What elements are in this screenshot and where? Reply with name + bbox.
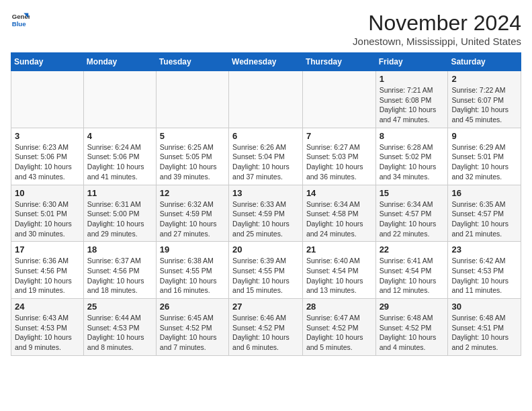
logo-icon: General Blue [11,11,30,30]
day-number: 12 [160,188,225,198]
day-info: Sunrise: 6:40 AM Sunset: 4:54 PM Dayligh… [306,256,372,295]
calendar-table: SundayMondayTuesdayWednesdayThursdayFrid… [11,52,521,356]
calendar-cell: 25Sunrise: 6:44 AM Sunset: 4:53 PM Dayli… [83,299,156,356]
calendar-cell [83,71,156,128]
day-number: 2 [451,74,517,84]
calendar-cell: 5Sunrise: 6:25 AM Sunset: 5:05 PM Daylig… [156,128,228,185]
weekday-header-row: SundayMondayTuesdayWednesdayThursdayFrid… [11,53,521,71]
calendar-cell: 16Sunrise: 6:35 AM Sunset: 4:57 PM Dayli… [448,185,521,242]
calendar-cell: 3Sunrise: 6:23 AM Sunset: 5:06 PM Daylig… [11,128,84,185]
weekday-header-thursday: Thursday [302,53,375,71]
calendar-cell: 10Sunrise: 6:30 AM Sunset: 5:01 PM Dayli… [11,185,84,242]
calendar-cell [229,71,303,128]
title-block: November 2024 Jonestown, Mississippi, Un… [353,11,521,47]
month-title: November 2024 [353,11,521,36]
day-info: Sunrise: 6:27 AM Sunset: 5:03 PM Dayligh… [306,142,372,182]
day-info: Sunrise: 7:21 AM Sunset: 6:08 PM Dayligh… [380,85,445,125]
calendar-week-row: 24Sunrise: 6:43 AM Sunset: 4:53 PM Dayli… [11,299,521,356]
day-info: Sunrise: 6:39 AM Sunset: 4:55 PM Dayligh… [232,256,299,295]
day-number: 29 [380,302,445,312]
calendar-cell: 27Sunrise: 6:46 AM Sunset: 4:52 PM Dayli… [229,299,303,356]
day-info: Sunrise: 6:35 AM Sunset: 4:57 PM Dayligh… [451,199,517,239]
calendar-cell: 23Sunrise: 6:42 AM Sunset: 4:53 PM Dayli… [448,242,521,299]
day-info: Sunrise: 6:32 AM Sunset: 4:59 PM Dayligh… [160,199,225,239]
day-info: Sunrise: 6:28 AM Sunset: 5:02 PM Dayligh… [380,142,445,182]
calendar-cell: 2Sunrise: 7:22 AM Sunset: 6:07 PM Daylig… [448,71,521,128]
calendar-cell: 21Sunrise: 6:40 AM Sunset: 4:54 PM Dayli… [302,242,375,299]
weekday-header-friday: Friday [375,53,448,71]
day-info: Sunrise: 6:30 AM Sunset: 5:01 PM Dayligh… [15,199,80,239]
calendar-cell: 26Sunrise: 6:45 AM Sunset: 4:52 PM Dayli… [156,299,228,356]
day-info: Sunrise: 6:48 AM Sunset: 4:52 PM Dayligh… [380,313,445,353]
day-info: Sunrise: 6:48 AM Sunset: 4:51 PM Dayligh… [451,313,517,353]
location: Jonestown, Mississippi, United States [353,36,521,47]
day-info: Sunrise: 6:47 AM Sunset: 4:52 PM Dayligh… [306,313,372,353]
day-number: 17 [15,244,80,255]
day-number: 24 [15,302,80,312]
calendar-body: 1Sunrise: 7:21 AM Sunset: 6:08 PM Daylig… [11,71,521,356]
day-number: 26 [160,302,225,312]
calendar-week-row: 17Sunrise: 6:36 AM Sunset: 4:56 PM Dayli… [11,242,521,299]
day-number: 18 [87,244,152,255]
day-info: Sunrise: 6:34 AM Sunset: 4:57 PM Dayligh… [380,199,445,239]
day-info: Sunrise: 6:37 AM Sunset: 4:56 PM Dayligh… [87,256,152,295]
day-info: Sunrise: 6:42 AM Sunset: 4:53 PM Dayligh… [451,256,517,295]
calendar-week-row: 3Sunrise: 6:23 AM Sunset: 5:06 PM Daylig… [11,128,521,185]
day-info: Sunrise: 6:36 AM Sunset: 4:56 PM Dayligh… [15,256,80,295]
calendar-week-row: 10Sunrise: 6:30 AM Sunset: 5:01 PM Dayli… [11,185,521,242]
calendar-cell: 7Sunrise: 6:27 AM Sunset: 5:03 PM Daylig… [302,128,375,185]
calendar-cell: 4Sunrise: 6:24 AM Sunset: 5:06 PM Daylig… [83,128,156,185]
day-info: Sunrise: 6:24 AM Sunset: 5:06 PM Dayligh… [87,142,152,182]
day-number: 13 [232,188,299,198]
calendar-cell: 18Sunrise: 6:37 AM Sunset: 4:56 PM Dayli… [83,242,156,299]
day-number: 7 [306,131,372,141]
day-number: 23 [451,244,517,255]
day-number: 21 [306,244,372,255]
day-info: Sunrise: 6:31 AM Sunset: 5:00 PM Dayligh… [87,199,152,239]
weekday-header-monday: Monday [83,53,156,71]
weekday-header-wednesday: Wednesday [229,53,303,71]
day-number: 25 [87,302,152,312]
day-number: 16 [451,188,517,198]
day-number: 19 [160,244,225,255]
calendar-cell [11,71,84,128]
day-info: Sunrise: 6:23 AM Sunset: 5:06 PM Dayligh… [15,142,80,182]
weekday-header-sunday: Sunday [11,53,84,71]
day-number: 22 [380,244,445,255]
day-number: 5 [160,131,225,141]
day-info: Sunrise: 6:46 AM Sunset: 4:52 PM Dayligh… [232,313,299,353]
day-number: 6 [232,131,299,141]
calendar-cell: 1Sunrise: 7:21 AM Sunset: 6:08 PM Daylig… [375,71,448,128]
day-number: 20 [232,244,299,255]
day-number: 9 [451,131,517,141]
day-info: Sunrise: 6:26 AM Sunset: 5:04 PM Dayligh… [232,142,299,182]
calendar-cell: 17Sunrise: 6:36 AM Sunset: 4:56 PM Dayli… [11,242,84,299]
calendar-cell: 14Sunrise: 6:34 AM Sunset: 4:58 PM Dayli… [302,185,375,242]
calendar-cell: 22Sunrise: 6:41 AM Sunset: 4:54 PM Dayli… [375,242,448,299]
day-info: Sunrise: 6:43 AM Sunset: 4:53 PM Dayligh… [15,313,80,353]
page-header: General Blue November 2024 Jonestown, Mi… [11,11,521,47]
calendar-cell: 19Sunrise: 6:38 AM Sunset: 4:55 PM Dayli… [156,242,228,299]
calendar-cell: 24Sunrise: 6:43 AM Sunset: 4:53 PM Dayli… [11,299,84,356]
day-number: 4 [87,131,152,141]
calendar-cell: 13Sunrise: 6:33 AM Sunset: 4:59 PM Dayli… [229,185,303,242]
day-info: Sunrise: 6:33 AM Sunset: 4:59 PM Dayligh… [232,199,299,239]
calendar-cell: 20Sunrise: 6:39 AM Sunset: 4:55 PM Dayli… [229,242,303,299]
logo: General Blue [11,11,30,30]
day-info: Sunrise: 6:38 AM Sunset: 4:55 PM Dayligh… [160,256,225,295]
day-number: 1 [380,74,445,84]
calendar-cell: 15Sunrise: 6:34 AM Sunset: 4:57 PM Dayli… [375,185,448,242]
day-info: Sunrise: 6:34 AM Sunset: 4:58 PM Dayligh… [306,199,372,239]
calendar-cell: 12Sunrise: 6:32 AM Sunset: 4:59 PM Dayli… [156,185,228,242]
day-info: Sunrise: 6:29 AM Sunset: 5:01 PM Dayligh… [451,142,517,182]
svg-text:Blue: Blue [12,20,26,28]
day-number: 30 [451,302,517,312]
weekday-header-saturday: Saturday [448,53,521,71]
day-info: Sunrise: 6:41 AM Sunset: 4:54 PM Dayligh… [380,256,445,295]
day-number: 8 [380,131,445,141]
day-number: 3 [15,131,80,141]
weekday-header-tuesday: Tuesday [156,53,228,71]
day-number: 11 [87,188,152,198]
day-number: 28 [306,302,372,312]
calendar-cell: 9Sunrise: 6:29 AM Sunset: 5:01 PM Daylig… [448,128,521,185]
